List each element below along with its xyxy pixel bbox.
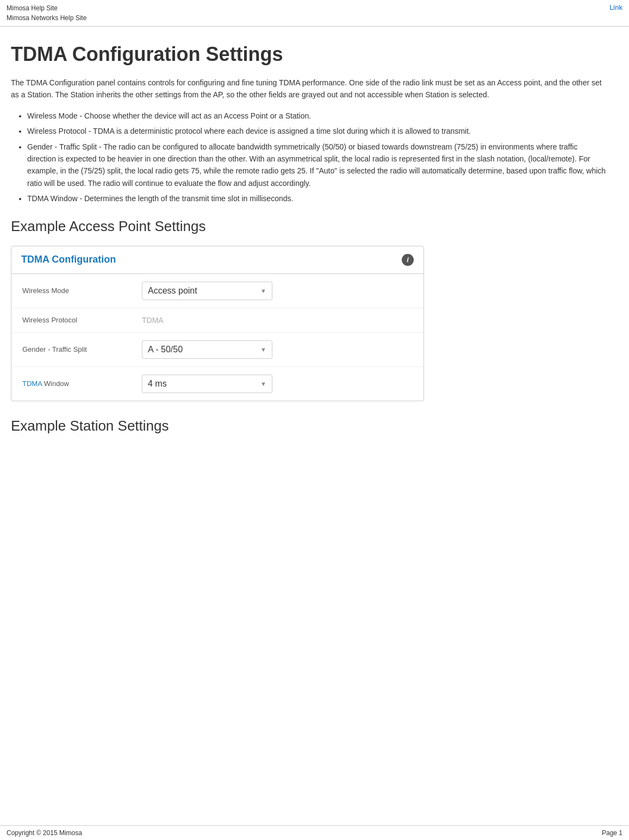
- tdma-window-selected: 4 ms: [148, 379, 167, 389]
- info-icon[interactable]: i: [402, 254, 414, 266]
- feature-list: Wireless Mode - Choose whether the devic…: [11, 110, 607, 205]
- panel-body: Wireless Mode Access point ▼ Wireless Pr…: [11, 274, 424, 401]
- section1-title: Example Access Point Settings: [11, 218, 607, 235]
- site-line2: Mimosa Networks Help Site: [7, 13, 86, 23]
- copyright-text: Copyright © 2015 Mimosa: [7, 829, 82, 837]
- site-line1: Mimosa Help Site: [7, 3, 86, 13]
- wireless-protocol-text: TDMA: [142, 312, 164, 328]
- panel-title: TDMA Configuration: [21, 254, 116, 265]
- gender-traffic-split-value: A - 50/50 ▼: [142, 340, 413, 359]
- wireless-mode-dropdown[interactable]: Access point ▼: [142, 282, 272, 300]
- page-title: TDMA Configuration Settings: [11, 43, 607, 66]
- tdma-window-label: TDMA Window: [22, 379, 142, 388]
- tdma-window-dropdown[interactable]: 4 ms ▼: [142, 375, 272, 393]
- tdma-configuration-panel: TDMA Configuration i Wireless Mode Acces…: [11, 246, 424, 401]
- wireless-protocol-row: Wireless Protocol TDMA: [11, 308, 424, 333]
- page-footer: Copyright © 2015 Mimosa Page 1: [0, 825, 629, 840]
- panel-header: TDMA Configuration i: [11, 246, 424, 274]
- header-site-info: Mimosa Help Site Mimosa Networks Help Si…: [7, 3, 86, 23]
- list-item: Wireless Mode - Choose whether the devic…: [27, 110, 607, 122]
- page-number: Page 1: [602, 829, 622, 837]
- chevron-down-icon: ▼: [260, 346, 266, 353]
- wireless-mode-value: Access point ▼: [142, 282, 413, 300]
- gender-traffic-split-label: Gender - Traffic Split: [22, 345, 142, 353]
- wireless-mode-selected: Access point: [148, 286, 197, 296]
- wireless-protocol-label: Wireless Protocol: [22, 316, 142, 324]
- header-link[interactable]: Link: [609, 3, 622, 11]
- main-content: TDMA Configuration Settings The TDMA Con…: [0, 27, 629, 825]
- wireless-mode-label: Wireless Mode: [22, 287, 142, 295]
- list-item: Gender - Traffic Split - The radio can b…: [27, 141, 607, 190]
- page-header: Mimosa Help Site Mimosa Networks Help Si…: [0, 0, 629, 27]
- list-item: Wireless Protocol - TDMA is a determinis…: [27, 125, 607, 137]
- wireless-protocol-value: TDMA: [142, 316, 413, 325]
- section2-title: Example Station Settings: [11, 418, 607, 434]
- tdma-window-suffix: Window: [42, 379, 69, 388]
- list-item: TDMA Window - Determines the length of t…: [27, 192, 607, 204]
- tdma-window-row: TDMA Window 4 ms ▼: [11, 367, 424, 401]
- intro-paragraph: The TDMA Configuration panel contains co…: [11, 77, 607, 101]
- gender-traffic-split-selected: A - 50/50: [148, 345, 183, 354]
- tdma-window-value: 4 ms ▼: [142, 375, 413, 393]
- tdma-t-label: TDMA: [22, 379, 42, 388]
- chevron-down-icon: ▼: [260, 381, 266, 387]
- chevron-down-icon: ▼: [260, 288, 266, 294]
- gender-traffic-split-row: Gender - Traffic Split A - 50/50 ▼: [11, 333, 424, 367]
- wireless-mode-row: Wireless Mode Access point ▼: [11, 274, 424, 308]
- gender-traffic-split-dropdown[interactable]: A - 50/50 ▼: [142, 340, 272, 359]
